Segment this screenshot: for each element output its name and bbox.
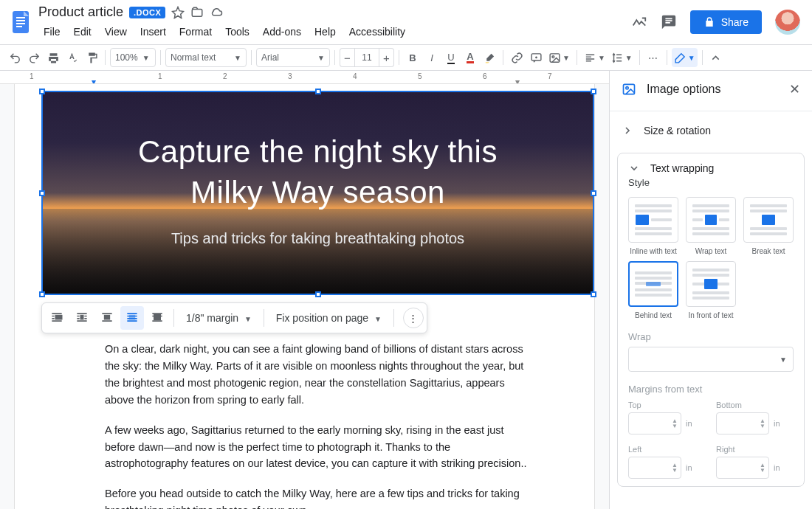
margins-label: Margins from text	[628, 384, 794, 395]
star-icon[interactable]	[171, 6, 185, 19]
svg-rect-12	[130, 316, 135, 319]
margin-dropdown[interactable]: 1/8" margin ▼	[179, 312, 259, 324]
print-button[interactable]	[44, 48, 62, 67]
text-wrapping-header[interactable]: Text wrapping	[628, 162, 794, 174]
svg-rect-3	[16, 23, 25, 24]
paint-format-button[interactable]	[83, 48, 100, 67]
svg-rect-14	[624, 84, 635, 94]
wrap-behind-button[interactable]	[120, 306, 144, 330]
menu-bar: File Edit View Insert Format Tools Add-o…	[38, 23, 631, 41]
resize-handle[interactable]	[591, 89, 596, 94]
paragraph: Before you head outside to catch the Mil…	[105, 485, 533, 509]
resize-handle[interactable]	[591, 291, 596, 297]
font-dropdown[interactable]: Arial▼	[256, 48, 330, 67]
ruler[interactable]: 1 ▾ 1 2 3 4 5 6 7 ▾	[0, 71, 609, 84]
wrap-dropdown[interactable]: ▼	[628, 347, 794, 372]
wrap-front-button[interactable]	[145, 306, 169, 330]
image-icon	[622, 82, 636, 97]
style-label: Style	[628, 177, 794, 188]
highlight-button[interactable]	[481, 48, 498, 67]
menu-help[interactable]: Help	[309, 24, 341, 39]
resize-handle[interactable]	[315, 291, 321, 297]
more-tools-button[interactable]: ⋯	[644, 48, 662, 67]
wrap-label: Wrap	[628, 331, 794, 342]
font-size-increase[interactable]: +	[379, 48, 394, 67]
menu-tools[interactable]: Tools	[220, 24, 255, 39]
line-spacing-button[interactable]: ▼	[609, 48, 635, 67]
spellcheck-button[interactable]	[63, 48, 81, 67]
svg-rect-4	[16, 26, 22, 27]
collapse-panel-button[interactable]	[707, 48, 725, 67]
menu-format[interactable]: Format	[174, 24, 217, 39]
body-text[interactable]: On a clear, dark night, you can see a fa…	[105, 341, 533, 509]
font-size-control: − 11 +	[340, 48, 394, 67]
fix-position-dropdown[interactable]: Fix position on page ▼	[269, 312, 389, 324]
resize-handle[interactable]	[39, 291, 45, 297]
image-layout-toolbar: 1/8" margin ▼ Fix position on page ▼ ⋮	[41, 302, 427, 333]
menu-addons[interactable]: Add-ons	[258, 24, 306, 39]
size-rotation-section[interactable]: Size & rotation	[610, 114, 812, 147]
underline-button[interactable]: U	[442, 48, 460, 67]
titlebar: Product article .DOCX File Edit View Ins…	[0, 0, 812, 44]
italic-button[interactable]: I	[423, 48, 441, 67]
panel-title: Image options	[647, 83, 779, 96]
svg-rect-7	[550, 53, 560, 61]
share-button[interactable]: Share	[690, 10, 762, 34]
document-canvas[interactable]: 1 ▾ 1 2 3 4 5 6 7 ▾ Capture the night sk…	[0, 71, 609, 509]
cloud-status-icon[interactable]	[210, 6, 223, 19]
account-avatar[interactable]	[775, 10, 800, 35]
share-label: Share	[721, 16, 749, 28]
move-icon[interactable]	[190, 6, 204, 19]
resize-handle[interactable]	[315, 89, 321, 94]
docx-badge: .DOCX	[129, 7, 165, 18]
wrap-option-behind[interactable]	[628, 261, 678, 307]
bold-button[interactable]: B	[404, 48, 422, 67]
margin-right-input[interactable]: ▲▼	[716, 457, 769, 479]
undo-button[interactable]	[6, 48, 24, 67]
margin-bottom-input[interactable]: ▲▼	[716, 412, 769, 434]
paragraph-style-dropdown[interactable]: Normal text▼	[165, 48, 247, 67]
document-title[interactable]: Product article	[38, 4, 123, 20]
wrap-inline-button[interactable]	[45, 306, 69, 330]
svg-point-15	[626, 87, 628, 89]
svg-rect-2	[16, 20, 25, 21]
wrap-wrap-button[interactable]	[70, 306, 94, 330]
wrap-style-grid: Inline with text Wrap text	[628, 197, 794, 319]
zoom-dropdown[interactable]: 100%▼	[110, 48, 156, 67]
menu-edit[interactable]: Edit	[69, 24, 97, 39]
resize-handle[interactable]	[39, 89, 45, 94]
align-button[interactable]: ▼	[582, 48, 608, 67]
editing-mode-button[interactable]: ▼	[672, 48, 698, 67]
text-wrapping-card: Text wrapping Style Inline with text	[617, 153, 805, 487]
menu-accessibility[interactable]: Accessibility	[344, 24, 410, 39]
wrap-option-inline[interactable]	[628, 197, 678, 243]
activity-icon[interactable]	[631, 14, 647, 30]
chevron-down-icon	[628, 162, 640, 174]
margin-left-input[interactable]: ▲▼	[628, 457, 681, 479]
font-size-value[interactable]: 11	[354, 48, 379, 67]
margin-top-input[interactable]: ▲▼	[628, 412, 681, 434]
link-button[interactable]	[508, 48, 526, 67]
wrap-option-wrap[interactable]	[686, 197, 736, 243]
close-icon[interactable]: ✕	[789, 81, 800, 97]
wrap-break-button[interactable]	[95, 306, 119, 330]
redo-button[interactable]	[25, 48, 43, 67]
paragraph: On a clear, dark night, you can see a fa…	[105, 341, 533, 409]
svg-rect-11	[105, 316, 110, 319]
comment-button[interactable]	[527, 48, 545, 67]
wrap-option-break[interactable]	[743, 197, 794, 243]
svg-rect-9	[55, 316, 61, 319]
svg-rect-1	[16, 17, 25, 18]
comments-icon[interactable]	[661, 14, 677, 30]
menu-view[interactable]: View	[100, 24, 132, 39]
svg-rect-5	[193, 9, 203, 16]
svg-rect-10	[80, 316, 83, 319]
image-more-button[interactable]: ⋮	[403, 308, 424, 328]
font-size-decrease[interactable]: −	[340, 48, 354, 67]
insert-image-button[interactable]: ▼	[546, 48, 572, 67]
text-color-button[interactable]: A	[461, 48, 479, 67]
wrap-option-front[interactable]	[686, 261, 736, 307]
menu-file[interactable]: File	[38, 24, 66, 39]
menu-insert[interactable]: Insert	[135, 24, 171, 39]
docs-app-icon[interactable]	[6, 7, 35, 37]
